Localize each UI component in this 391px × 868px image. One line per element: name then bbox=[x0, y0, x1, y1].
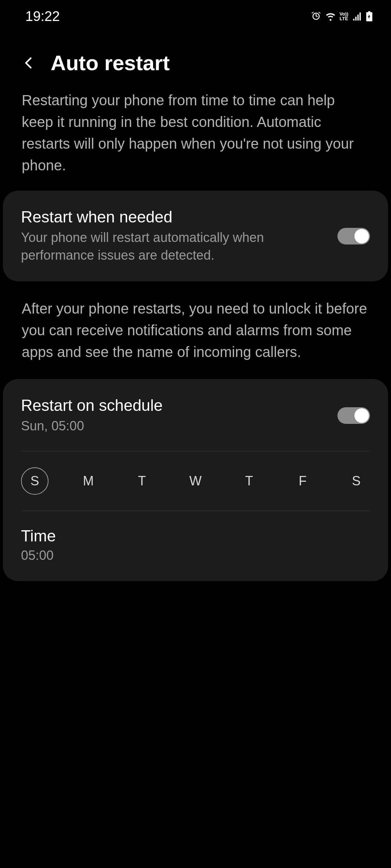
day-tuesday[interactable]: T bbox=[128, 467, 156, 495]
time-row[interactable]: Time 05:00 bbox=[21, 527, 370, 563]
time-label: Time bbox=[21, 527, 370, 545]
day-wednesday[interactable]: W bbox=[182, 467, 209, 495]
header: Auto restart bbox=[0, 29, 391, 86]
restart-on-schedule-toggle[interactable] bbox=[337, 407, 370, 424]
time-value: 05:00 bbox=[21, 548, 370, 563]
back-icon[interactable] bbox=[22, 56, 36, 70]
day-saturday[interactable]: S bbox=[342, 467, 370, 495]
alarm-icon bbox=[311, 11, 321, 22]
restart-when-needed-card: Restart when needed Your phone will rest… bbox=[3, 191, 388, 281]
restart-on-schedule-title: Restart on schedule bbox=[21, 396, 327, 414]
divider bbox=[21, 451, 370, 451]
wifi-icon bbox=[325, 11, 336, 22]
restart-when-needed-row[interactable]: Restart when needed Your phone will rest… bbox=[21, 208, 370, 264]
status-time: 19:22 bbox=[25, 9, 60, 24]
volte-indicator: Vo)) LTE bbox=[340, 12, 348, 21]
restart-on-schedule-row[interactable]: Restart on schedule Sun, 05:00 bbox=[21, 396, 370, 435]
unlock-note: After your phone restarts, you need to u… bbox=[0, 281, 391, 379]
restart-on-schedule-card: Restart on schedule Sun, 05:00 S M T W T… bbox=[3, 379, 388, 581]
day-sunday[interactable]: S bbox=[21, 467, 49, 495]
battery-icon bbox=[366, 11, 373, 21]
signal-icon bbox=[352, 11, 362, 21]
day-monday[interactable]: M bbox=[75, 467, 102, 495]
restart-when-needed-title: Restart when needed bbox=[21, 208, 327, 226]
restart-when-needed-toggle[interactable] bbox=[337, 228, 370, 244]
intro-description: Restarting your phone from time to time … bbox=[0, 86, 391, 191]
day-thursday[interactable]: T bbox=[235, 467, 263, 495]
restart-on-schedule-subtitle: Sun, 05:00 bbox=[21, 417, 327, 435]
day-friday[interactable]: F bbox=[289, 467, 316, 495]
divider bbox=[21, 511, 370, 511]
days-row: S M T W T F S bbox=[21, 467, 370, 495]
status-bar: 19:22 Vo)) LTE bbox=[0, 0, 391, 29]
restart-when-needed-subtitle: Your phone will restart automatically wh… bbox=[21, 229, 327, 264]
page-title: Auto restart bbox=[51, 51, 170, 75]
status-icons: Vo)) LTE bbox=[311, 11, 373, 22]
